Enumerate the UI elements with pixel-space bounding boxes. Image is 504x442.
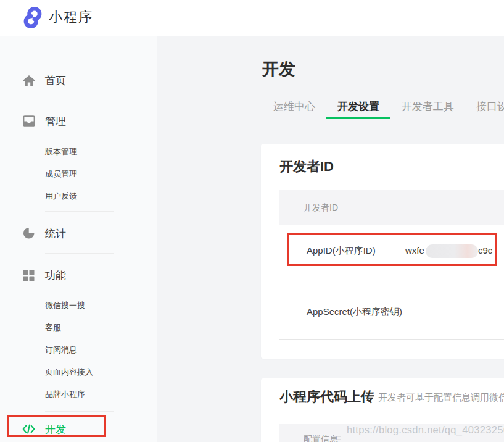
content-area: 首页 管理 版本管理 成员管理 用户反馈 统计 [0, 36, 504, 442]
red-annotation-box-appid [287, 233, 497, 266]
watermark-icon [333, 434, 341, 442]
card-divider [279, 339, 504, 340]
watermark-text: https://blog.csdn.net/qq_40323256 [347, 424, 504, 436]
sidebar-item-label: 管理 [45, 114, 66, 128]
page-title: 开发 [262, 58, 295, 80]
sidebar-item-features[interactable]: 功能 [22, 268, 66, 283]
sidebar: 首页 管理 版本管理 成员管理 用户反馈 统计 [0, 36, 157, 442]
app-title: 小程序 [49, 0, 93, 35]
sidebar-item-page-content[interactable]: 页面内容接入 [45, 367, 93, 378]
sidebar-item-member-manage[interactable]: 成员管理 [45, 169, 77, 180]
sidebar-divider [45, 101, 114, 101]
sidebar-divider [45, 411, 114, 412]
tab-bar: 运维中心 开发设置 开发者工具 接口设 [262, 95, 504, 119]
sidebar-divider [45, 211, 114, 212]
sidebar-item-label: 首页 [45, 73, 66, 88]
sidebar-item-brand-miniprogram[interactable]: 品牌小程序 [45, 389, 85, 400]
table-header-row: 开发者ID [279, 190, 504, 225]
sidebar-item-user-feedback[interactable]: 用户反馈 [45, 191, 77, 202]
tab-dev-tools[interactable]: 开发者工具 [390, 95, 465, 119]
sidebar-item-stats[interactable]: 统计 [22, 226, 66, 241]
sidebar-item-label: 功能 [45, 269, 66, 283]
sidebar-item-label: 统计 [45, 227, 66, 241]
tab-api-settings[interactable]: 接口设 [465, 95, 504, 119]
sidebar-item-version-manage[interactable]: 版本管理 [45, 146, 77, 157]
developer-id-heading: 开发者ID [279, 157, 334, 176]
code-upload-heading: 小程序代码上传 [279, 388, 374, 406]
appsecret-label: AppSecret(小程序密钥) [307, 304, 402, 319]
red-annotation-box-develop [7, 415, 106, 437]
pie-chart-icon [22, 227, 35, 240]
sidebar-item-subscribe-message[interactable]: 订阅消息 [45, 344, 77, 356]
sidebar-divider [45, 253, 114, 254]
sidebar-item-home[interactable]: 首页 [22, 73, 66, 88]
miniprogram-logo-icon [20, 6, 45, 31]
home-icon [22, 75, 35, 86]
table-header-label: 开发者ID [279, 202, 338, 212]
developer-id-card: 开发者ID 开发者ID AppID(小程序ID) wxfe c9c AppSec… [261, 144, 504, 359]
sidebar-item-wechat-search[interactable]: 微信搜一搜 [45, 300, 85, 311]
code-upload-description: 开发者可基于配置信息调用微信开 [378, 392, 504, 404]
inbox-icon [22, 115, 35, 127]
grid-icon [22, 270, 35, 281]
tab-ops-center[interactable]: 运维中心 [262, 95, 326, 119]
tab-dev-settings[interactable]: 开发设置 [326, 95, 390, 119]
top-header: 小程序 [0, 0, 504, 35]
sidebar-item-manage[interactable]: 管理 [22, 114, 66, 128]
sidebar-item-customer-service[interactable]: 客服 [45, 322, 61, 333]
